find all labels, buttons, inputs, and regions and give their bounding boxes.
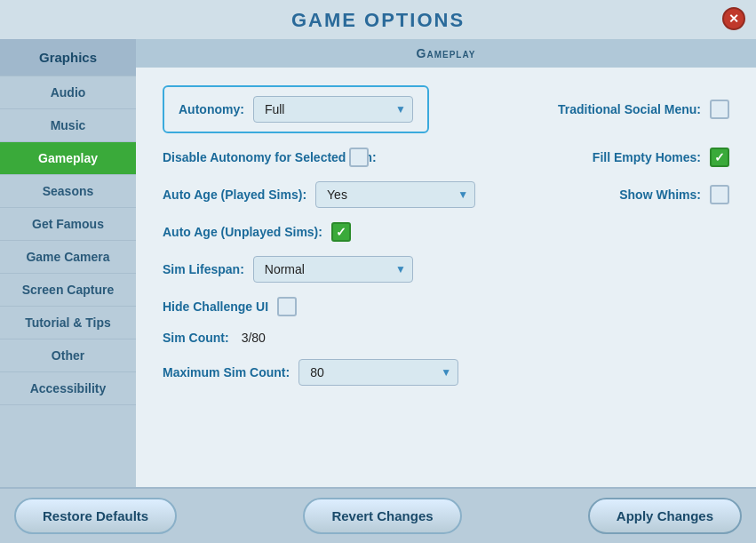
- sidebar-item-other[interactable]: Other: [0, 339, 136, 372]
- traditional-social-menu-group: Traditional Social Menu:: [558, 100, 729, 119]
- sim-count-value: 3/80: [242, 331, 266, 345]
- disable-autonomy-label: Disable Autonomy for Selected Sim:: [163, 150, 340, 164]
- sidebar-item-music[interactable]: Music: [0, 109, 136, 142]
- autonomy-box: Autonomy: Full High Low Off ▼: [163, 85, 429, 133]
- body: Graphics Audio Music Gameplay Seasons Ge…: [0, 39, 756, 487]
- hide-challenge-ui-checkbox[interactable]: [277, 297, 297, 316]
- window-title: Game Options: [291, 9, 465, 32]
- max-sim-count-label: Maximum Sim Count:: [163, 365, 290, 379]
- auto-age-played-label: Auto Age (Played Sims):: [163, 188, 306, 202]
- fill-empty-homes-label: Fill Empty Homes:: [593, 150, 701, 164]
- auto-age-unplayed-label: Auto Age (Unplayed Sims):: [163, 225, 322, 239]
- auto-age-played-dropdown-wrapper[interactable]: Yes No ▼: [315, 181, 475, 208]
- traditional-social-menu-label: Traditional Social Menu:: [558, 102, 701, 116]
- auto-age-unplayed-checkbox[interactable]: [331, 222, 351, 242]
- game-options-window: Game Options ✕ Graphics Audio Music Game…: [0, 0, 756, 543]
- sidebar-item-seasons[interactable]: Seasons: [0, 175, 136, 208]
- sidebar-item-gameplay[interactable]: Gameplay: [0, 142, 136, 175]
- show-whims-checkbox[interactable]: [710, 185, 729, 204]
- traditional-social-menu-checkbox[interactable]: [710, 100, 729, 119]
- auto-age-unplayed-group: Auto Age (Unplayed Sims):: [163, 222, 729, 242]
- hide-challenge-ui-label: Hide Challenge UI: [163, 299, 268, 314]
- autonomy-label: Autonomy:: [179, 102, 244, 116]
- fill-empty-homes-group: Fill Empty Homes:: [593, 148, 729, 167]
- restore-defaults-button[interactable]: Restore Defaults: [14, 498, 177, 534]
- max-sim-count-group: Maximum Sim Count: 20 40 60 80 100 ▼: [163, 359, 729, 386]
- disable-autonomy-group: Disable Autonomy for Selected Sim:: [163, 148, 369, 167]
- title-bar: Game Options ✕: [0, 0, 756, 39]
- bottom-bar: Restore Defaults Revert Changes Apply Ch…: [0, 487, 756, 543]
- apply-changes-button[interactable]: Apply Changes: [588, 498, 742, 534]
- disable-autonomy-checkbox[interactable]: [349, 148, 369, 167]
- sidebar-item-screen-capture[interactable]: Screen Capture: [0, 274, 136, 307]
- sidebar: Graphics Audio Music Gameplay Seasons Ge…: [0, 39, 136, 487]
- close-button[interactable]: ✕: [722, 7, 745, 30]
- fill-empty-homes-checkbox[interactable]: [710, 148, 729, 167]
- main-content: Gameplay Autonomy: Full High Low Off: [136, 39, 756, 487]
- content-area: Autonomy: Full High Low Off ▼ Tr: [136, 68, 756, 487]
- sim-lifespan-group: Sim Lifespan: Short Normal Long Epic ▼: [163, 256, 729, 283]
- autonomy-select[interactable]: Full High Low Off: [253, 96, 413, 123]
- sidebar-item-tutorial-tips[interactable]: Tutorial & Tips: [0, 307, 136, 339]
- sidebar-item-game-camera[interactable]: Game Camera: [0, 241, 136, 274]
- sim-lifespan-select[interactable]: Short Normal Long Epic: [253, 256, 413, 283]
- auto-age-played-group: Auto Age (Played Sims): Yes No ▼: [163, 181, 475, 208]
- sim-count-group: Sim Count: 3/80: [163, 331, 729, 345]
- sidebar-item-graphics[interactable]: Graphics: [0, 39, 136, 76]
- sidebar-item-accessibility[interactable]: Accessibility: [0, 372, 136, 405]
- sim-count-label: Sim Count:: [163, 331, 229, 345]
- revert-changes-button[interactable]: Revert Changes: [303, 498, 461, 534]
- section-title: Gameplay: [136, 39, 756, 68]
- show-whims-label: Show Whims:: [619, 188, 701, 202]
- auto-age-played-select[interactable]: Yes No: [315, 181, 475, 208]
- sidebar-item-get-famous[interactable]: Get Famous: [0, 208, 136, 241]
- sim-lifespan-dropdown-wrapper[interactable]: Short Normal Long Epic ▼: [253, 256, 413, 283]
- show-whims-group: Show Whims:: [619, 185, 729, 204]
- max-sim-count-dropdown-wrapper[interactable]: 20 40 60 80 100 ▼: [298, 359, 458, 386]
- center-buttons: Revert Changes: [303, 498, 461, 534]
- hide-challenge-ui-group: Hide Challenge UI: [163, 297, 729, 316]
- sidebar-item-audio[interactable]: Audio: [0, 76, 136, 109]
- sim-lifespan-label: Sim Lifespan:: [163, 262, 244, 276]
- autonomy-dropdown-wrapper[interactable]: Full High Low Off ▼: [253, 96, 413, 123]
- max-sim-count-select[interactable]: 20 40 60 80 100: [298, 359, 458, 386]
